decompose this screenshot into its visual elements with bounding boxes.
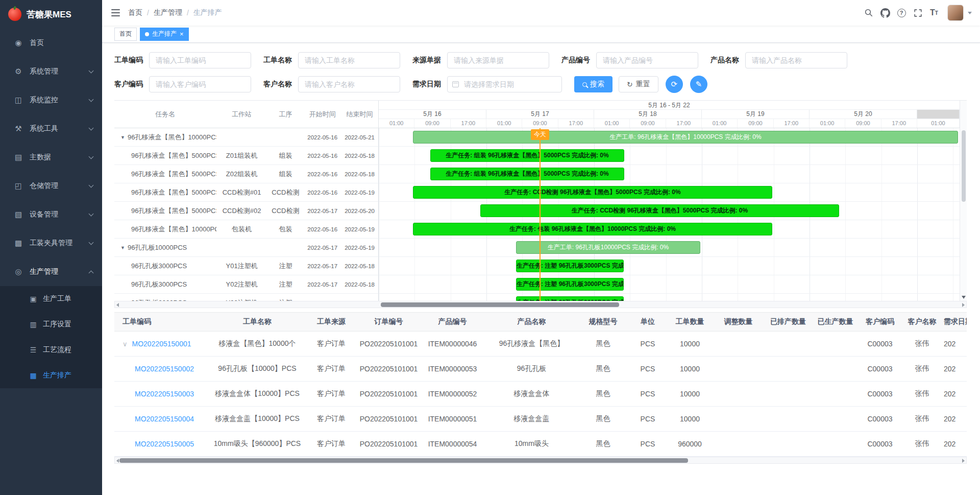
scroll-right-arrow-icon[interactable]: [962, 459, 965, 463]
task-name-text: 96孔移液盒【黑色】10000PCS: [131, 225, 216, 234]
collapse-icon[interactable]: ▼: [120, 135, 125, 140]
product-name-input[interactable]: [745, 52, 847, 68]
demand-date-input[interactable]: [447, 76, 562, 92]
sidebar-item-warehouse[interactable]: ◰仓储管理: [0, 172, 102, 200]
gantt-column-header: 工作站: [216, 110, 267, 119]
hour-cell: 17:00: [558, 119, 594, 128]
gantt-task-row[interactable]: 96孔移液盒【黑色】10000PCS包装机包装2022-05-162022-05…: [114, 220, 378, 239]
filter-label: 产品编号: [561, 56, 590, 65]
table-row[interactable]: ∨MO202205150001移液盒【黑色】10000个客户订单PO202205…: [114, 332, 967, 357]
table-row[interactable]: MO20220515000510mm吸头【960000】PCS客户订单PO202…: [114, 432, 967, 457]
gantt-column-header: 开始时间: [304, 110, 341, 119]
sidebar-item-fixture[interactable]: ▩工装夹具管理: [0, 229, 102, 257]
search-icon[interactable]: [861, 0, 877, 26]
chevron-down-icon[interactable]: [968, 12, 972, 14]
gantt-task-row[interactable]: 96孔孔板3000PCSY01注塑机注塑2022-05-172022-05-18: [114, 257, 378, 275]
hamburger-icon[interactable]: [102, 9, 128, 16]
task-start-cell: 2022-05-17: [304, 281, 341, 288]
table-row[interactable]: MO20220515000296孔孔板【10000】PCS客户订单PO20220…: [114, 357, 967, 382]
gantt-task-bar[interactable]: 生产任务: 组装 96孔移液盒【黑色】5000PCS 完成比例: 0%: [430, 149, 624, 162]
fullscreen-icon[interactable]: [910, 0, 926, 26]
sidebar-item-system-mgmt[interactable]: ⚙系统管理: [0, 57, 102, 86]
scroll-right-arrow-icon[interactable]: [962, 303, 965, 307]
gantt-task-bar[interactable]: 生产任务: 包装 96孔移液盒【黑色】10000PCS 完成比例: 0%: [413, 223, 772, 235]
sidebar-item-equipment[interactable]: ▧设备管理: [0, 200, 102, 229]
font-size-icon[interactable]: TT: [926, 0, 942, 26]
order-link[interactable]: MO202205150001: [132, 340, 191, 348]
task-end-cell: 2022-05-19: [341, 190, 378, 196]
sidebar-item-process-flow[interactable]: ☰工艺流程: [0, 337, 102, 363]
tab-scheduling[interactable]: 生产排产×: [140, 28, 189, 41]
source-doc-input[interactable]: [447, 52, 549, 68]
gantt-task-bar[interactable]: 生产任务: 组装 96孔移液盒【黑色】5000PCS 完成比例: 0%: [430, 168, 624, 180]
sidebar-item-work-order[interactable]: ▣生产工单: [0, 286, 102, 312]
navbar-actions: ? TT: [861, 0, 980, 26]
help-icon[interactable]: ?: [893, 0, 910, 26]
order-name-input[interactable]: [298, 52, 400, 68]
chevron-down-icon: [89, 154, 94, 159]
gantt-task-bar[interactable]: 生产任务: CCD检测 96孔移液盒【黑色】5000PCS 完成比例: 0%: [413, 186, 772, 199]
table-row[interactable]: MO202205150003移液盒盒体【10000】PCS客户订单PO20220…: [114, 382, 967, 407]
order-link[interactable]: MO202205150003: [135, 390, 194, 398]
sidebar-item-label: 主数据: [30, 153, 89, 162]
order-cell-name: 移液盒盒体【10000】PCS: [209, 389, 306, 398]
gantt-task-row[interactable]: 96孔移液盒【黑色】5000PCSZ01组装机组装2022-05-162022-…: [114, 147, 378, 165]
hour-cell: 01:00: [810, 119, 845, 128]
table-row[interactable]: MO202205150004移液盒盒盖【10000】PCS客户订单PO20220…: [114, 407, 967, 432]
task-end-cell: 2022-05-21: [341, 134, 378, 140]
gantt-horizontal-scrollbar[interactable]: [114, 301, 967, 308]
refresh-circle-button[interactable]: ⟳: [666, 76, 683, 93]
gantt-task-row[interactable]: ▼96孔移液盒【黑色】10000PCS2022-05-162022-05-21: [114, 128, 378, 147]
product-no-input[interactable]: [596, 52, 698, 68]
avatar[interactable]: [947, 5, 964, 21]
gantt-task-bar[interactable]: 生产任务: 注塑 96孔孔板3000PCS 完成比例: 0%: [516, 260, 624, 272]
gantt-task-row[interactable]: 96孔孔板3000PCSY03注塑机注塑2022-05-172022-05-18: [114, 294, 378, 301]
task-start-cell: 2022-05-16: [304, 134, 341, 140]
close-icon[interactable]: ×: [180, 31, 184, 37]
filter-field-order-code: 工单编码: [114, 52, 251, 68]
sidebar-item-system-monitor[interactable]: ◫系统监控: [0, 86, 102, 114]
sidebar-item-master-data[interactable]: ▤主数据: [0, 143, 102, 172]
gantt-task-bar[interactable]: 生产任务: 注塑 96孔孔板3000PCS 完成比例: 0%: [516, 296, 624, 301]
gantt-task-row[interactable]: 96孔移液盒【黑色】5000PCSCCD检测#01CCD检测2022-05-16…: [114, 183, 378, 202]
sidebar-item-system-tools[interactable]: ⚒系统工具: [0, 114, 102, 143]
github-icon[interactable]: [877, 0, 893, 26]
chevron-up-icon: [89, 270, 94, 275]
breadcrumb-item[interactable]: 生产管理: [154, 8, 182, 17]
gantt-task-row[interactable]: 96孔移液盒【黑色】5000PCSCCD检测#02CCD检测2022-05-17…: [114, 202, 378, 220]
sidebar-item-process-config[interactable]: ▥工序设置: [0, 312, 102, 337]
reset-button[interactable]: ↻重置: [619, 76, 658, 92]
order-code-input[interactable]: [149, 52, 251, 68]
expand-row-icon[interactable]: ∨: [122, 340, 128, 348]
gantt-workorder-bar[interactable]: 生产工单: 96孔孔板10000PCS 完成比例: 0%: [516, 241, 700, 254]
sidebar-item-scheduling[interactable]: ▦生产排产: [0, 363, 102, 388]
edit-circle-button[interactable]: ✎: [690, 76, 707, 93]
breadcrumb-item[interactable]: 生产排产: [193, 8, 222, 17]
gantt-task-bar[interactable]: 生产任务: 注塑 96孔孔板3000PCS 完成比例: 0%: [516, 278, 624, 291]
customer-code-input[interactable]: [149, 76, 251, 92]
order-link[interactable]: MO202205150002: [135, 365, 194, 373]
scroll-left-arrow-icon[interactable]: [116, 303, 119, 307]
order-link[interactable]: MO202205150004: [135, 415, 194, 423]
sidebar-item-production[interactable]: ◎生产管理: [0, 257, 102, 286]
customer-name-input[interactable]: [298, 76, 400, 92]
hour-cell: 09:00: [738, 119, 773, 128]
collapse-icon[interactable]: ▼: [120, 245, 125, 250]
gantt-workorder-bar[interactable]: 生产工单: 96孔移液盒【黑色】10000PCS 完成比例: 0%: [413, 131, 958, 144]
horizontal-scrollbar-thumb[interactable]: [381, 302, 619, 307]
scroll-left-arrow-icon[interactable]: [116, 459, 119, 463]
sidebar-item-home[interactable]: ◉首页: [0, 29, 102, 57]
tab-home[interactable]: 首页: [114, 28, 137, 41]
gantt-vertical-scrollbar[interactable]: [960, 101, 967, 301]
breadcrumb-item[interactable]: 首页: [128, 8, 142, 17]
order-link[interactable]: MO202205150005: [135, 440, 194, 448]
gantt-task-row[interactable]: 96孔孔板3000PCSY02注塑机注塑2022-05-172022-05-18: [114, 275, 378, 294]
gantt-task-row[interactable]: 96孔移液盒【黑色】5000PCSZ02组装机组装2022-05-162022-…: [114, 165, 378, 183]
gantt-task-row[interactable]: ▼96孔孔板10000PCS2022-05-172022-05-19: [114, 239, 378, 257]
search-button[interactable]: 搜索: [574, 76, 612, 92]
scroll-down-arrow-icon[interactable]: [962, 296, 966, 299]
vertical-scrollbar-thumb[interactable]: [962, 130, 966, 202]
horizontal-scrollbar-thumb[interactable]: [119, 458, 688, 463]
orders-horizontal-scrollbar[interactable]: [114, 457, 967, 464]
gantt-task-bar[interactable]: 生产任务: CCD检测 96孔移液盒【黑色】5000PCS 完成比例: 0%: [480, 204, 839, 217]
